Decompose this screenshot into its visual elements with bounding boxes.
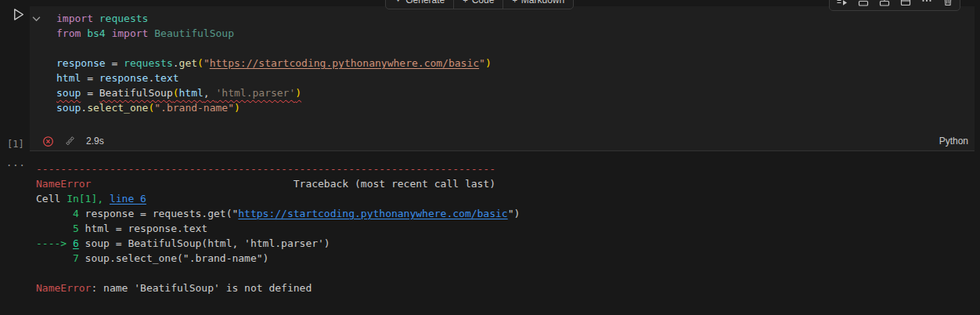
language-picker[interactable]: Python (939, 136, 968, 147)
output-line: ----------------------------------------… (36, 161, 980, 176)
markdown-label: Markdown (521, 0, 564, 5)
output-line: NameError Traceback (most recent call la… (36, 176, 980, 191)
play-icon (11, 7, 26, 22)
plus-icon: + (512, 0, 517, 5)
code-line: soup.select_one(".brand-name") (56, 100, 975, 115)
output-line: 4 response = requests.get("https://start… (36, 206, 980, 221)
split-cell-button[interactable] (895, 0, 916, 10)
chevron-down-icon[interactable] (32, 12, 41, 19)
execution-duration: 2.9s (86, 136, 104, 147)
output-line: ----> 6 soup = BeatifulSoup(html, 'html.… (36, 236, 980, 251)
output-line: NameError: name 'BeatifulSoup' is not de… (36, 281, 980, 295)
execute-below-icon (878, 0, 891, 7)
cell-output: ----------------------------------------… (30, 151, 980, 315)
code-line: from bs4 import BeautifulSoup (56, 26, 975, 41)
execute-cell-and-below-button[interactable] (874, 0, 895, 10)
plus-icon: + (463, 0, 467, 5)
more-actions-button[interactable] (916, 0, 937, 10)
generate-button[interactable]: ✦ Generate (386, 0, 453, 9)
code-cell: import requestsfrom bs4 import Beautiful… (30, 6, 975, 151)
notebook-insert-toolbar: ✦ Generate + Code + Markdown (385, 0, 574, 9)
execute-above-icon (857, 0, 870, 7)
output-line: 7 soup.select_one(".brand-name") (36, 251, 980, 266)
code-label: Code (472, 0, 495, 5)
generate-label: Generate (405, 0, 445, 5)
code-lines: import requestsfrom bs4 import Beautiful… (56, 11, 975, 115)
code-line: import requests (56, 11, 975, 26)
cell-action-toolbar (829, 0, 960, 11)
code-line: html = response.text (56, 71, 975, 85)
delete-cell-button[interactable] (937, 0, 958, 10)
trash-icon (942, 0, 954, 7)
output-line: Cell In[1], line 6 (36, 191, 980, 206)
output-line (36, 266, 980, 281)
output-lines: ----------------------------------------… (36, 161, 980, 295)
add-code-cell-button[interactable]: + Code (454, 0, 503, 9)
add-markdown-cell-button[interactable]: + Markdown (503, 0, 573, 9)
ellipsis-icon (921, 0, 933, 7)
cell-status-bar: 2.9s Python (30, 132, 975, 150)
error-icon (42, 136, 54, 147)
run-by-line-icon (836, 0, 848, 7)
notebook-page: ✦ Generate + Code + Markdown (0, 0, 980, 315)
run-cell-button[interactable] (11, 7, 27, 23)
code-line: soup = BeatifulSoup(html, 'html.parser') (56, 85, 975, 100)
output-more-actions-icon[interactable]: ··· (6, 160, 26, 171)
execution-count: [1] (7, 139, 29, 150)
kernel-icon (64, 136, 76, 147)
sparkle-icon: ✦ (395, 0, 402, 5)
execute-above-cells-button[interactable] (852, 0, 874, 10)
run-by-line-button[interactable] (831, 0, 852, 10)
split-cell-icon (899, 0, 912, 7)
output-line: 5 html = response.text (36, 221, 980, 236)
code-editor[interactable]: import requestsfrom bs4 import Beautiful… (30, 6, 975, 132)
code-line: response = requests.get("https://startco… (56, 56, 975, 71)
code-line (56, 41, 975, 56)
